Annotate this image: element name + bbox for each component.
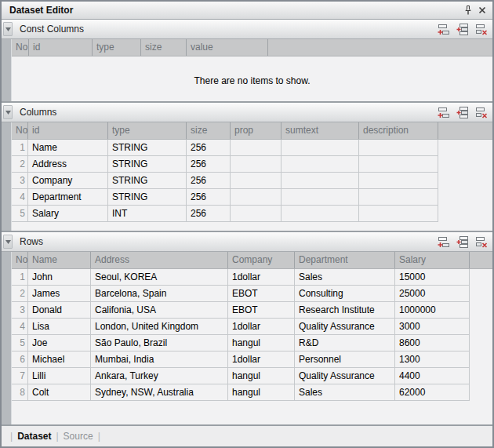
cell[interactable]: John	[28, 269, 91, 286]
cell[interactable]: London, United Kingdom	[91, 319, 228, 335]
cell[interactable]: Personnel	[295, 351, 395, 368]
cell[interactable]: 256	[187, 140, 231, 156]
cell[interactable]: Quality Assurance	[295, 368, 395, 384]
cell[interactable]: 3	[12, 173, 28, 189]
column-header-size[interactable]: size	[141, 39, 187, 56]
cell[interactable]	[282, 140, 359, 156]
cell[interactable]: 256	[187, 206, 231, 222]
cell[interactable]: 25000	[395, 286, 470, 302]
column-header-size[interactable]: size	[187, 122, 231, 139]
cell[interactable]: Seoul, KOREA	[91, 269, 228, 286]
cell[interactable]: 6	[12, 351, 28, 368]
delete-row-button[interactable]	[474, 235, 489, 248]
cell[interactable]: 8	[12, 384, 28, 401]
column-header-no[interactable]: No	[12, 122, 28, 139]
insert-row-button[interactable]	[456, 106, 470, 118]
cell[interactable]: Michael	[28, 351, 91, 368]
cell[interactable]: 5	[12, 335, 28, 351]
insert-row-button[interactable]	[456, 235, 470, 248]
cell[interactable]: Quality Assurance	[295, 319, 395, 335]
cell[interactable]: 1	[12, 269, 28, 286]
cell[interactable]: 256	[187, 156, 231, 173]
cell[interactable]: 256	[187, 189, 231, 206]
insert-row-button[interactable]	[456, 23, 470, 35]
cell[interactable]: 1300	[395, 351, 470, 368]
column-header-department[interactable]: Department	[295, 252, 395, 268]
column-header-no[interactable]: No	[12, 39, 29, 56]
cell[interactable]: 1	[12, 140, 28, 156]
column-header-id[interactable]: id	[29, 39, 93, 56]
delete-row-button[interactable]	[474, 106, 489, 118]
cell[interactable]: Lilli	[28, 368, 91, 384]
cell[interactable]: STRING	[108, 189, 187, 206]
cell[interactable]: Sales	[295, 384, 395, 401]
cell[interactable]: Califonia, USA	[91, 302, 228, 319]
cell[interactable]: 1dollar	[228, 269, 295, 286]
collapse-button[interactable]	[3, 22, 13, 36]
column-header-no[interactable]: No	[12, 252, 28, 268]
cell[interactable]: Ankara, Turkey	[91, 368, 228, 384]
collapse-button[interactable]	[3, 105, 13, 119]
cell[interactable]: James	[28, 286, 91, 302]
cell[interactable]: 15000	[395, 269, 470, 286]
column-header-type[interactable]: type	[93, 39, 141, 56]
close-button[interactable]	[475, 4, 489, 16]
tab-source[interactable]: Source	[64, 431, 93, 442]
column-header-type[interactable]: type	[108, 122, 187, 139]
cell[interactable]: 5	[12, 206, 28, 222]
cell[interactable]	[231, 173, 282, 189]
cell[interactable]: 1dollar	[228, 319, 295, 335]
cell[interactable]: Lisa	[28, 319, 91, 335]
cell[interactable]: 3	[12, 302, 28, 319]
cell[interactable]: 4	[12, 319, 28, 335]
cell[interactable]	[359, 173, 438, 189]
add-row-button[interactable]	[437, 235, 451, 248]
cell[interactable]: 8600	[395, 335, 470, 351]
cell[interactable]: 1000000	[395, 302, 470, 319]
cell[interactable]	[282, 156, 359, 173]
cell[interactable]: 256	[187, 173, 231, 189]
cell[interactable]: INT	[108, 206, 187, 222]
cell[interactable]: Donald	[28, 302, 91, 319]
cell[interactable]: Research Institute	[295, 302, 395, 319]
column-header-name[interactable]: Name	[28, 252, 91, 268]
cell[interactable]: STRING	[108, 140, 187, 156]
cell[interactable]: 2	[12, 156, 28, 173]
column-header-sumtext[interactable]: sumtext	[282, 122, 359, 139]
cell[interactable]: Mumbai, India	[91, 351, 228, 368]
cell[interactable]	[231, 206, 282, 222]
cell[interactable]	[359, 206, 438, 222]
column-header-value[interactable]: value	[187, 39, 268, 56]
cell[interactable]: 3000	[395, 319, 470, 335]
tab-dataset[interactable]: Dataset	[17, 431, 51, 442]
cell[interactable]	[231, 140, 282, 156]
cell[interactable]	[231, 156, 282, 173]
cell[interactable]: Colt	[28, 384, 91, 401]
cell[interactable]	[282, 189, 359, 206]
cell[interactable]	[359, 140, 438, 156]
add-row-button[interactable]	[437, 106, 451, 118]
cell[interactable]: São Paulo, Brazil	[91, 335, 228, 351]
cell[interactable]: EBOT	[228, 286, 295, 302]
cell[interactable]: 62000	[395, 384, 470, 401]
column-header-prop[interactable]: prop	[231, 122, 282, 139]
pin-button[interactable]	[461, 4, 475, 16]
cell[interactable]: Sales	[295, 269, 395, 286]
cell[interactable]: hangul	[228, 335, 295, 351]
cell[interactable]: Sydney, NSW, Australia	[91, 384, 228, 401]
delete-row-button[interactable]	[474, 23, 489, 35]
cell[interactable]: 1dollar	[228, 351, 295, 368]
collapse-button[interactable]	[3, 235, 13, 249]
column-header-salary[interactable]: Salary	[395, 252, 470, 268]
cell[interactable]: hangul	[228, 384, 295, 401]
cell[interactable]: Department	[28, 189, 108, 206]
cell[interactable]: Company	[28, 173, 108, 189]
cell[interactable]	[359, 189, 438, 206]
cell[interactable]: 4	[12, 189, 28, 206]
cell[interactable]	[282, 206, 359, 222]
cell[interactable]: STRING	[108, 173, 187, 189]
column-header-id[interactable]: id	[28, 122, 108, 139]
column-header-description[interactable]: description	[359, 122, 438, 139]
cell[interactable]: Name	[28, 140, 108, 156]
cell[interactable]: Address	[28, 156, 108, 173]
